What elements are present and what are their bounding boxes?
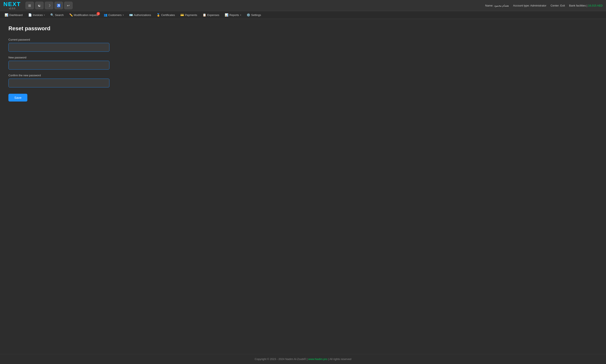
current-password-input[interactable] [8,43,110,52]
accessibility-button[interactable]: ♿ [55,2,63,9]
nav-invoices-label: Invoices [33,13,43,17]
back-button[interactable]: ↩ [64,2,73,9]
nav-expenses-label: Expenses [207,13,219,17]
modification-badge: 1 [96,12,100,15]
invoices-icon: 📄 [28,13,32,17]
nav-authorizations-label: Authorizations [134,13,151,17]
reports-arrow: ▾ [240,14,241,16]
settings-icon: ⚙️ [247,13,250,17]
save-button[interactable]: Save [8,94,27,102]
confirm-password-label: Confirm the new password [8,74,598,77]
payments-icon: 💳 [180,13,184,17]
nav-dashboard-label: Dashboard [9,13,23,17]
confirm-password-input[interactable] [8,78,110,87]
main-content: Reset password Current password New pass… [0,19,606,354]
moon-button[interactable]: ☽ [45,2,53,9]
nav-settings-label: Settings [251,13,261,17]
new-password-input[interactable] [8,61,110,70]
current-password-label: Current password [8,38,598,41]
nav-certificates-label: Certificates [161,13,175,17]
nav-reports[interactable]: 📊 Reports ▾ [222,11,244,19]
invoices-arrow: ▾ [44,14,45,16]
expenses-icon: 📋 [203,13,206,17]
top-bar: NEXT v2.0.0 ⊞ ☯ ☽ ♿ ↩ Name: هشام محمود A… [0,0,606,11]
top-right-info: Name: هشام محمود Account type: Administr… [485,4,603,7]
center-display: Center: Exit [551,4,565,7]
nav-search[interactable]: 🔍 Search [48,11,66,19]
customers-icon: 👥 [104,13,107,17]
fingerprint-button[interactable]: ☯ [35,2,43,9]
reports-icon: 📊 [225,13,228,17]
nav-customers-label: Customers [108,13,122,17]
top-icon-group: ⊞ ☯ ☽ ♿ ↩ [26,2,483,9]
customers-arrow: ▾ [123,14,124,16]
dashboard-icon: 📊 [5,13,8,17]
app-version: v2.0.0 [9,7,15,10]
footer-link[interactable]: www.Nadim.pro [308,357,327,361]
grid-button[interactable]: ⊞ [26,2,34,9]
nav-customers[interactable]: 👥 Customers ▾ [101,11,126,19]
search-icon: 🔍 [50,13,54,17]
nav-invoices[interactable]: 📄 Invoices ▾ [26,11,48,19]
page-title: Reset password [8,25,598,32]
footer: Copyright © 2023 - 2024 Nadim Al-Zoubi® … [0,354,606,364]
footer-text: Copyright © 2023 - 2024 Nadim Al-Zoubi® … [255,357,351,361]
nav-authorizations[interactable]: 🪪 Authorizations [127,11,154,19]
nav-modification-label: Modification request [74,13,98,17]
bank-facilities-display: Bank facilities | 16,015 AED [569,4,603,7]
nav-reports-label: Reports [229,13,239,17]
nav-certificates[interactable]: 🏅 Certificates [154,11,177,19]
account-type-display: Account type: Administrator [513,4,546,7]
modification-icon: ✏️ [69,13,73,17]
nav-dashboard[interactable]: 📊 Dashboard [2,11,25,19]
new-password-group: New password [8,56,598,70]
nav-search-label: Search [55,13,64,17]
nav-bar: 📊 Dashboard 📄 Invoices ▾ 🔍 Search ✏️ Mod… [0,11,606,19]
current-password-group: Current password [8,38,598,52]
nav-expenses[interactable]: 📋 Expenses [200,11,222,19]
app-name: NEXT [3,1,21,7]
nav-payments-label: Payments [185,13,197,17]
nav-settings[interactable]: ⚙️ Settings [244,11,264,19]
user-name-display: Name: هشام محمود [485,4,509,7]
nav-payments[interactable]: 💳 Payments [178,11,200,19]
confirm-password-group: Confirm the new password [8,74,598,87]
authorizations-icon: 🪪 [129,13,133,17]
new-password-label: New password [8,56,598,59]
certificates-icon: 🏅 [157,13,160,17]
app-logo[interactable]: NEXT v2.0.0 [3,1,21,10]
nav-modification-request[interactable]: ✏️ Modification request 1 [67,11,101,19]
